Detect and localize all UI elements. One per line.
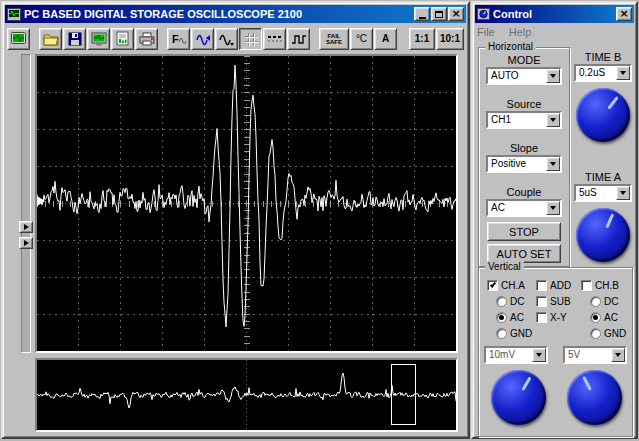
chb-ac-radio[interactable]: AC <box>590 312 618 323</box>
close-icon: × <box>619 9 628 19</box>
trigger-level-arrow[interactable] <box>37 196 45 206</box>
source-combobox[interactable]: CH1 <box>486 111 562 129</box>
time-b-label: TIME B <box>573 51 633 63</box>
power-icon <box>10 31 27 47</box>
fail-safe-button[interactable]: FAIL SAFE <box>319 28 349 50</box>
source-label: Source <box>479 98 569 110</box>
couple-value: AC <box>488 201 546 215</box>
report-button[interactable] <box>111 28 134 50</box>
cha-volts-combobox[interactable]: 10mV <box>484 346 548 364</box>
time-a-combobox[interactable]: 5uS <box>574 184 632 202</box>
couple-combobox[interactable]: AC <box>486 199 562 217</box>
control-close-button[interactable]: × <box>616 7 632 21</box>
time-b-knob[interactable] <box>576 88 630 142</box>
chb-ac-label: AC <box>604 312 618 323</box>
dashed-line-icon <box>267 32 283 46</box>
source-value: CH1 <box>488 113 546 127</box>
control-titlebar[interactable]: Control × <box>475 5 634 23</box>
power-button[interactable] <box>7 28 30 50</box>
time-a-knob[interactable] <box>576 208 630 262</box>
slope-dropdown-button[interactable] <box>546 157 560 171</box>
fft-button[interactable]: F <box>167 28 190 50</box>
xy-checkbox[interactable]: X-Y <box>536 312 567 323</box>
open-file-button[interactable] <box>39 28 62 50</box>
horizontal-group-label: Horizontal <box>485 41 536 52</box>
wave-icon <box>219 32 235 46</box>
fft-icon: F <box>171 32 187 46</box>
sub-label: SUB <box>550 296 571 307</box>
slope-combobox[interactable]: Positive <box>486 155 562 173</box>
source-dropdown-button[interactable] <box>546 113 560 127</box>
cha-volts-value: 10mV <box>486 348 532 362</box>
svg-text:F: F <box>172 33 179 45</box>
vertical-position-track[interactable] <box>21 54 31 353</box>
mode-dropdown-button[interactable] <box>546 69 560 83</box>
chevron-down-icon <box>536 353 542 357</box>
cha-gnd-radio[interactable]: GND <box>496 328 532 339</box>
temperature-button[interactable]: °C <box>350 28 373 50</box>
time-a-dropdown-button[interactable] <box>616 186 630 200</box>
stop-button[interactable]: STOP <box>487 222 561 241</box>
control-window-title: Control <box>493 8 613 20</box>
minimize-button[interactable] <box>414 7 430 21</box>
chb-volts-combobox[interactable]: 5V <box>563 346 627 364</box>
cursor-lines-button[interactable] <box>263 28 286 50</box>
close-icon: × <box>451 9 460 19</box>
chb-dc-radio[interactable]: DC <box>590 296 618 307</box>
add-checkbox[interactable]: ADD <box>536 280 571 291</box>
square-wave-button[interactable] <box>287 28 310 50</box>
wave-recall-button[interactable] <box>191 28 214 50</box>
control-window: Control × File Help Horizontal MODE AUTO… <box>471 1 638 439</box>
cha-volts-knob[interactable] <box>491 370 546 425</box>
menu-help[interactable]: Help <box>509 26 532 38</box>
radio-icon <box>590 328 601 339</box>
main-titlebar[interactable]: PC BASED DIGITAL STORAGE OSCILLOSCOPE 21… <box>5 5 466 23</box>
chb-volts-knob[interactable] <box>567 370 622 425</box>
mode-label: MODE <box>479 54 569 66</box>
scope-display <box>35 54 458 353</box>
cha-ac-radio[interactable]: AC <box>496 312 524 323</box>
main-window-title: PC BASED DIGITAL STORAGE OSCILLOSCOPE 21… <box>24 8 411 20</box>
probe-10-1-button[interactable]: 10:1 <box>436 28 464 50</box>
mode-combobox[interactable]: AUTO <box>486 67 562 85</box>
chb-gnd-radio[interactable]: GND <box>590 328 626 339</box>
chb-position-handle[interactable] <box>19 237 33 249</box>
oscilloscope-window: PC BASED DIGITAL STORAGE OSCILLOSCOPE 21… <box>1 1 470 439</box>
menu-file[interactable]: File <box>477 26 495 38</box>
wave-store-button[interactable] <box>215 28 238 50</box>
chevron-down-icon <box>620 191 626 195</box>
overview-trace <box>37 360 456 430</box>
sub-checkbox[interactable]: SUB <box>536 296 571 307</box>
radio-icon <box>496 296 507 307</box>
couple-dropdown-button[interactable] <box>546 201 560 215</box>
checkbox-icon <box>581 280 592 291</box>
chevron-down-icon <box>550 206 556 210</box>
save-button[interactable] <box>63 28 86 50</box>
couple-label: Couple <box>479 186 569 198</box>
probe-1-1-button[interactable]: 1:1 <box>409 28 435 50</box>
overview-display[interactable] <box>35 358 458 432</box>
cha-volts-dropdown-button[interactable] <box>532 348 546 362</box>
minimize-icon <box>419 17 426 19</box>
cha-enable-checkbox[interactable]: CH.A <box>487 280 525 291</box>
capture-screen-button[interactable] <box>87 28 110 50</box>
close-button[interactable]: × <box>448 7 464 21</box>
open-folder-icon <box>43 32 59 46</box>
grid-icon <box>244 32 258 46</box>
add-label: ADD <box>550 280 571 291</box>
print-button[interactable] <box>135 28 158 50</box>
time-b-dropdown-button[interactable] <box>616 66 630 80</box>
document-icon <box>116 31 129 46</box>
checkbox-icon <box>536 280 547 291</box>
time-b-combobox[interactable]: 0.2uS <box>574 64 632 82</box>
cha-dc-radio[interactable]: DC <box>496 296 524 307</box>
cha-position-handle[interactable] <box>19 221 33 233</box>
ampere-button[interactable]: A <box>374 28 397 50</box>
knob-pointer <box>582 376 592 391</box>
chb-enable-checkbox[interactable]: CH.B <box>581 280 619 291</box>
scope-graticule-and-trace <box>37 56 456 351</box>
chb-volts-dropdown-button[interactable] <box>611 348 625 362</box>
maximize-icon <box>435 11 443 18</box>
maximize-button[interactable] <box>431 7 447 21</box>
grid-toggle-button[interactable] <box>239 28 262 50</box>
